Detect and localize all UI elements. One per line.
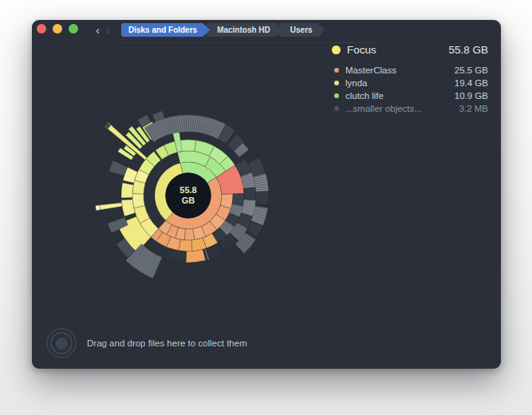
- breadcrumb-tab-macintosh-hd[interactable]: Macintosh HD: [206, 23, 283, 37]
- chart-segment[interactable]: [184, 229, 195, 240]
- legend-bullet-icon: [334, 68, 339, 73]
- chart-segment[interactable]: [186, 250, 206, 263]
- legend-item-label: ...smaller objects...: [345, 104, 422, 113]
- legend-item-label: lynda: [345, 78, 368, 88]
- drop-zone-text: Drag and drop files here to collect them: [87, 338, 247, 348]
- collector-core: [56, 338, 68, 350]
- app-window: ‹ › Disks and Folders Macintosh HD Users…: [32, 20, 501, 369]
- legend-item[interactable]: MasterClass25.5 GB: [332, 64, 488, 77]
- breadcrumb-tab-disks-and-folders[interactable]: Disks and Folders: [121, 23, 210, 37]
- legend-item-label: MasterClass: [345, 65, 396, 75]
- desktop-background: ‹ › Disks and Folders Macintosh HD Users…: [0, 0, 532, 415]
- legend-item-value: 25.5 GB: [455, 65, 488, 75]
- legend-bullet-icon: [334, 93, 339, 98]
- focus-bullet-icon: [332, 45, 341, 54]
- legend-item[interactable]: ...smaller objects...3.2 MB: [332, 102, 488, 115]
- chart-segment[interactable]: [100, 203, 122, 210]
- legend-items: MasterClass25.5 GBlynda19.4 GBclutch lif…: [332, 64, 488, 115]
- chart-center-label: 55.8GB: [179, 185, 196, 205]
- legend-item-label: clutch life: [345, 91, 384, 101]
- legend-bullet-icon: [334, 106, 339, 111]
- collector-ring: [50, 332, 73, 354]
- legend-item-value: 3.2 MB: [459, 104, 488, 113]
- collector-icon[interactable]: [46, 328, 77, 358]
- legend-focus-row[interactable]: Focus 55.8 GB: [332, 41, 488, 58]
- chart-segment[interactable]: [255, 192, 269, 206]
- legend-panel: Focus 55.8 GB MasterClass25.5 GBlynda19.…: [332, 41, 488, 115]
- legend-item-value: 19.4 GB: [455, 78, 488, 88]
- legend-item[interactable]: clutch life10.9 GB: [332, 89, 488, 102]
- breadcrumb: ‹ › Disks and Folders Macintosh HD Users: [93, 23, 321, 37]
- legend-item[interactable]: lynda19.4 GB: [332, 77, 488, 89]
- chart-segment[interactable]: [132, 194, 144, 208]
- chart-segment[interactable]: [121, 183, 133, 198]
- focus-label: Focus: [347, 44, 376, 56]
- focus-value: 55.8 GB: [448, 44, 488, 56]
- legend-item-value: 10.9 GB: [455, 91, 488, 101]
- legend-bullet-icon: [334, 81, 339, 85]
- breadcrumb-tab-users[interactable]: Users: [279, 23, 325, 37]
- chart-segment[interactable]: [179, 239, 192, 251]
- drop-zone[interactable]: Drag and drop files here to collect them: [46, 328, 247, 358]
- chart-segment[interactable]: [109, 160, 128, 176]
- chart-segment[interactable]: [243, 188, 256, 200]
- chart-segment[interactable]: [96, 205, 100, 211]
